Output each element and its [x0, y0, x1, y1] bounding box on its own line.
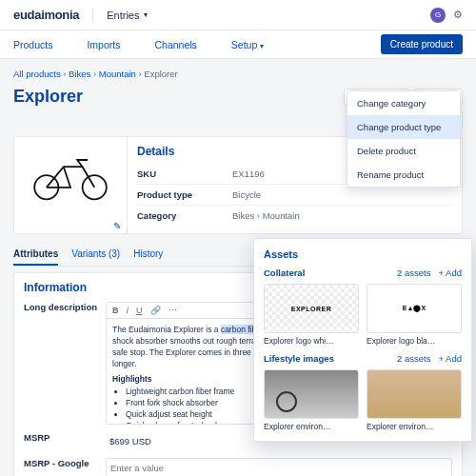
sku-label: SKU — [137, 169, 232, 179]
nav-products[interactable]: Products — [13, 39, 52, 50]
assets-panel: Assets Collateral 2 assets + Add Explore… — [253, 238, 472, 442]
tab-variants[interactable]: Variants (3) — [71, 244, 120, 266]
bike-icon — [28, 151, 113, 203]
breadcrumb: All products › Bikes › Mountain › Explor… — [13, 69, 463, 79]
crumb-mountain[interactable]: Mountain — [99, 69, 136, 79]
link-icon[interactable]: 🔗 — [150, 306, 161, 315]
crumb-bikes[interactable]: Bikes — [69, 69, 90, 79]
asset-card[interactable]: Explorer environ… — [264, 369, 359, 431]
topbar: eudaimonia Entries ▾ G ⚙ — [0, 0, 476, 30]
lifestyle-count[interactable]: 2 assets — [397, 353, 430, 364]
category-value: Bikes › Mountain — [232, 210, 300, 221]
asset-thumb — [264, 369, 359, 419]
asset-name: Explorer logo whi… — [264, 336, 359, 346]
asset-thumb: E▲⬤X — [367, 284, 462, 333]
chevron-down-icon: ▾ — [144, 10, 148, 19]
gear-icon[interactable]: ⚙ — [453, 9, 463, 21]
create-product-button[interactable]: Create product — [381, 34, 463, 54]
italic-icon[interactable]: I — [127, 306, 129, 315]
sku-value: EX1196 — [232, 169, 265, 179]
nav-setup[interactable]: Setup ▾ — [231, 39, 264, 50]
asset-name: Explorer logo bla… — [367, 336, 462, 346]
edit-image-icon[interactable]: ✎ — [113, 221, 121, 231]
category-label: Category — [137, 210, 232, 221]
more-icon[interactable]: ⋯ — [169, 306, 177, 315]
asset-card[interactable]: Explorer environ… — [367, 369, 462, 431]
tab-history[interactable]: History — [133, 244, 163, 266]
asset-card[interactable]: Explorer logo whi… — [264, 284, 359, 346]
bold-icon[interactable]: B — [112, 306, 119, 315]
asset-name: Explorer environ… — [264, 422, 359, 431]
underline-icon[interactable]: U — [136, 306, 143, 315]
msrp-label: MSRP — [24, 432, 106, 450]
menu-change-type[interactable]: Change product type — [347, 115, 460, 139]
msrp-google-label: MSRP - Google — [24, 458, 106, 476]
brand-logo[interactable]: eudaimonia — [13, 8, 79, 22]
nav-imports[interactable]: Imports — [87, 39, 120, 50]
lifestyle-title: Lifestyle images — [264, 353, 334, 364]
type-value: Bicycle — [232, 189, 261, 200]
assets-title: Assets — [264, 248, 462, 260]
actions-menu: Change category Change product type Dele… — [347, 90, 461, 188]
crumb-all[interactable]: All products — [13, 69, 61, 79]
navbar: Products Imports Channels Setup ▾ Create… — [0, 30, 476, 59]
collateral-count[interactable]: 2 assets — [397, 268, 430, 278]
entries-dropdown[interactable]: Entries ▾ — [107, 10, 147, 21]
type-label: Product type — [137, 189, 232, 200]
long-desc-label: Long description — [24, 302, 106, 425]
divider — [92, 8, 93, 23]
asset-name: Explorer environ… — [367, 422, 462, 431]
menu-rename[interactable]: Rename product — [347, 163, 460, 187]
asset-card[interactable]: E▲⬤X Explorer logo bla… — [367, 284, 462, 346]
lifestyle-add-button[interactable]: + Add — [438, 353, 462, 364]
asset-thumb — [367, 369, 462, 419]
tab-attributes[interactable]: Attributes — [13, 244, 58, 266]
page-title: Explorer — [13, 87, 83, 107]
msrp-google-input[interactable] — [106, 458, 452, 476]
asset-thumb — [264, 284, 359, 333]
avatar[interactable]: G — [430, 8, 446, 23]
entries-label: Entries — [107, 10, 139, 21]
crumb-current: Explorer — [144, 69, 177, 79]
product-image — [24, 147, 117, 208]
menu-delete[interactable]: Delete product — [347, 139, 460, 163]
menu-change-category[interactable]: Change category — [347, 91, 460, 115]
collateral-title: Collateral — [264, 268, 305, 278]
nav-channels[interactable]: Channels — [154, 39, 196, 50]
collateral-add-button[interactable]: + Add — [438, 268, 462, 278]
chevron-down-icon: ▾ — [260, 42, 264, 50]
